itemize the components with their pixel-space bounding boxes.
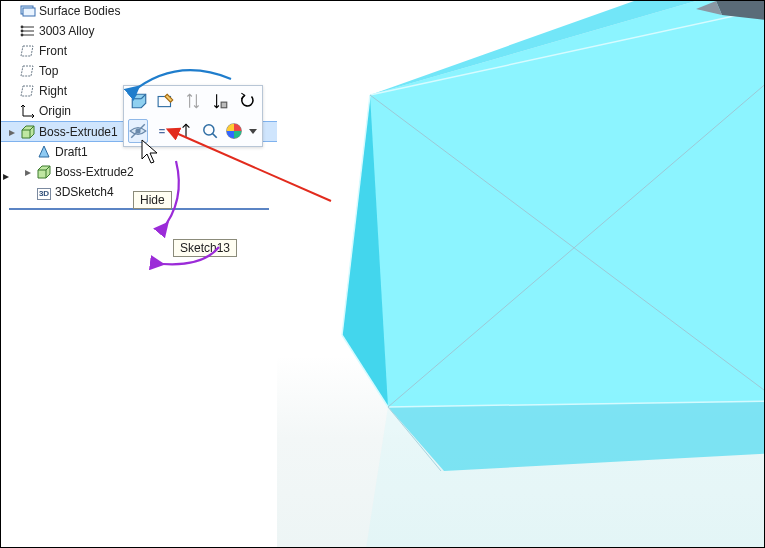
svg-marker-12 [366, 401, 765, 548]
origin-icon [19, 103, 37, 119]
suppress-button[interactable] [208, 89, 231, 113]
svg-rect-34 [221, 102, 227, 108]
svg-marker-41 [249, 129, 257, 134]
tree-item-top-plane[interactable]: Top [1, 61, 277, 81]
tree-item-boss-extrude2[interactable]: ▸ Boss-Extrude2 [1, 162, 277, 182]
tree-item-front-plane[interactable]: Front [1, 41, 277, 61]
context-toolbar: = [123, 85, 263, 147]
tree-item-surface-bodies[interactable]: Surface Bodies [1, 1, 277, 21]
draft-icon [35, 144, 53, 160]
extrude-icon [35, 164, 53, 180]
tree-item-label: Origin [37, 104, 71, 118]
extrude-icon [19, 124, 37, 140]
svg-point-21 [21, 30, 24, 33]
plane-icon [19, 83, 37, 99]
tooltip-sketch13: Sketch13 [173, 239, 237, 257]
tree-item-label: Draft1 [53, 145, 88, 159]
isolate-button[interactable]: = [152, 119, 172, 143]
svg-line-39 [212, 133, 217, 138]
hide-button[interactable] [128, 119, 148, 143]
svg-rect-16 [23, 8, 35, 16]
sketch3d-icon: 3D [35, 185, 53, 200]
surfaces-icon [19, 3, 37, 19]
tooltip-hide: Hide [133, 191, 172, 209]
tree-item-label: 3DSketch4 [53, 185, 114, 199]
feature-tree[interactable]: Surface Bodies 3003 Alloy Front Top Righ… [1, 1, 277, 548]
tree-item-label: 3003 Alloy [37, 24, 94, 38]
plane-icon [19, 43, 37, 59]
expand-caret[interactable]: ▸ [3, 169, 9, 183]
svg-point-22 [21, 34, 24, 37]
edit-feature-button[interactable] [128, 89, 151, 113]
tree-item-label: Right [37, 84, 67, 98]
viewport-3d[interactable] [276, 1, 764, 547]
tree-item-label: Boss-Extrude1 [37, 125, 118, 139]
appearance-button[interactable] [224, 119, 244, 143]
zoom-to-selection-button[interactable] [200, 119, 220, 143]
normal-to-button[interactable] [176, 119, 196, 143]
tree-item-label: Boss-Extrude2 [53, 165, 134, 179]
tree-item-label: Top [37, 64, 58, 78]
svg-point-20 [21, 26, 24, 29]
edit-sketch-button[interactable] [155, 89, 178, 113]
rollback-button[interactable] [235, 89, 258, 113]
tree-item-label: Surface Bodies [37, 4, 120, 18]
appearance-dropdown[interactable] [248, 119, 258, 143]
svg-marker-0 [342, 1, 765, 407]
material-icon [19, 23, 37, 39]
plane-icon [19, 63, 37, 79]
tree-item-material[interactable]: 3003 Alloy [1, 21, 277, 41]
flip-direction-button[interactable] [182, 89, 205, 113]
tree-item-label: Front [37, 44, 67, 58]
